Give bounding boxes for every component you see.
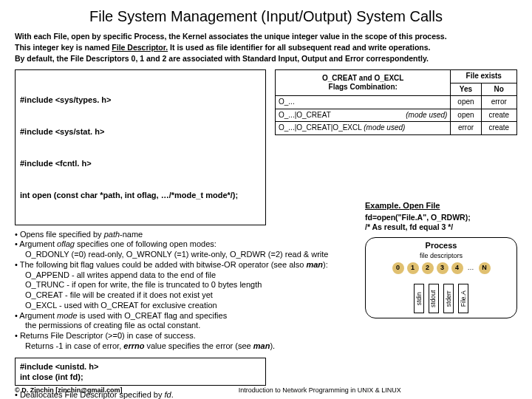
bullet: • Opens file specified by path-name	[15, 230, 369, 240]
list-line: O_CREAT - file will be created if it doe…	[15, 290, 369, 301]
text: • Opens file specified by	[15, 230, 104, 239]
th-combination: O_CREAT and O_EXCL Flags Combination:	[276, 70, 451, 96]
file-descriptor-term: File Descriptor.	[112, 43, 168, 52]
text: specifies one of following open modes:	[75, 239, 216, 248]
fd-ellipsis: …	[466, 264, 476, 272]
flags-table-wrap: O_CREAT and O_EXCL Flags Combination: Fi…	[275, 69, 517, 135]
slot-label: stderr	[445, 290, 453, 307]
cell: O_...|O_CREAT (mode used)	[276, 109, 451, 122]
text: (mode used)	[364, 123, 405, 132]
footer: © D. Zinchin [zinchin@gmail.com] Introdu…	[15, 386, 517, 395]
slot: stderr	[443, 284, 454, 313]
text: • The following bit flag values could be…	[15, 260, 306, 269]
text: mode	[57, 311, 78, 320]
example-title: Example. Open File	[365, 201, 517, 211]
footer-copyright: © D. Zinchin [zinchin@gmail.com]	[15, 386, 122, 395]
slot: stdin	[414, 284, 424, 313]
cell: O_...|O_CREAT|O_EXCL (mode used)	[276, 122, 451, 135]
th-yes: Yes	[451, 83, 481, 96]
cell: create	[481, 122, 516, 135]
process-title: Process	[370, 241, 512, 251]
process-sub: file descriptors	[370, 252, 512, 260]
fd-circle: 3	[437, 262, 449, 274]
text: errno	[123, 341, 144, 350]
code-line: /* As result, fd equal 3 */	[365, 222, 517, 233]
text: • Argument	[15, 311, 57, 320]
text: ):	[323, 260, 328, 269]
footer-center: Introduction to Network Programming in U…	[122, 386, 517, 395]
text: oflag	[57, 239, 75, 248]
cell: open	[451, 109, 481, 122]
slot-label: stdin	[415, 292, 423, 305]
text: value specifies the error (see	[144, 341, 253, 350]
text: ).	[270, 341, 275, 350]
text: Returns -1 in case of error,	[25, 341, 123, 350]
list-line: O_APPEND - all writes append data to the…	[15, 270, 369, 281]
list-line: Returns -1 in case of error, errno value…	[15, 341, 369, 352]
code-line: int open (const char *path, int oflag, ……	[20, 190, 261, 200]
cell: create	[481, 109, 516, 122]
bullet: • Argument oflag specifies one of follow…	[15, 239, 369, 250]
text: path	[104, 230, 120, 239]
cell: open	[451, 96, 481, 109]
code-line: #include <sys/types. h>	[20, 95, 261, 105]
code-line: fd=open("File.A", O_RDWR);	[365, 213, 517, 223]
intro-block: With each File, open by specific Process…	[15, 32, 517, 64]
intro-line-1: With each File, open by specific Process…	[15, 32, 517, 41]
fd-circle: 1	[407, 262, 419, 274]
th-fileexists: File exists	[451, 70, 517, 83]
slot-label: File.A	[460, 290, 468, 307]
example-code: fd=open("File.A", O_RDWR); /* As result,…	[365, 213, 517, 233]
cell: O_...	[276, 96, 451, 109]
text: man	[253, 341, 270, 350]
bullet: • Argument mode is used with O_CREAT fla…	[15, 311, 369, 321]
bullet: • Returns File Descriptor (>=0) in case …	[15, 331, 369, 341]
slot: stdout	[429, 284, 439, 313]
close-code-box: #include <unistd. h> int close (int fd);	[15, 358, 266, 386]
list-line: O_RDONLY (=0) read-only, O_WRONLY (=1) w…	[15, 250, 369, 260]
fd-circle: 2	[422, 262, 434, 274]
text: O_...|O_CREAT	[279, 111, 331, 119]
fd-slots: stdin stdout stderr File.A	[366, 284, 516, 313]
intro-line-3: By default, the File Descriptors 0, 1 an…	[15, 54, 517, 64]
example-block: Example. Open File fd=open("File.A", O_R…	[365, 201, 517, 318]
fd-circle: N	[479, 262, 491, 274]
fd-circle: 0	[392, 262, 404, 274]
fd-row: 0 1 2 3 4 … N	[370, 262, 512, 274]
text: man	[306, 260, 323, 269]
text: It is used as file identifier for all su…	[168, 43, 430, 52]
code-line: #include <fcntl. h>	[20, 158, 261, 168]
th-no: No	[481, 83, 516, 96]
page-title: File System Management (Input/Output) Sy…	[15, 7, 517, 26]
flags-table: O_CREAT and O_EXCL Flags Combination: Fi…	[275, 69, 517, 135]
list-line: O_EXCL - used with O_CREAT for exclusive…	[15, 301, 369, 311]
text: -name	[120, 230, 143, 239]
text: is used with O_CREAT flag and specifies	[78, 311, 228, 320]
list-line: the permissions of creating file as octa…	[15, 321, 369, 331]
text: • Argument	[15, 239, 57, 248]
text: O_...|O_CREAT|O_EXCL	[279, 123, 364, 132]
process-box: Process file descriptors 0 1 2 3 4 … N s…	[365, 237, 517, 318]
slot: File.A	[458, 284, 468, 313]
cell: error	[451, 122, 481, 135]
body-list: • Opens file specified by path-name • Ar…	[15, 230, 369, 352]
bullet: • The following bit flag values could be…	[15, 260, 369, 270]
code-line: #include <unistd. h>	[20, 361, 261, 372]
fd-circle: 4	[451, 262, 463, 274]
cell: error	[481, 96, 516, 109]
open-code-box: #include <sys/types. h> #include <sys/st…	[15, 69, 266, 225]
code-line: #include <sys/stat. h>	[20, 126, 261, 137]
text: (mode used)	[406, 111, 447, 120]
slot-label: stdout	[430, 290, 438, 307]
list-line: O_TRUNC - if open for write, the file is…	[15, 280, 369, 290]
intro-line-2: This integer key is named File Descripto…	[15, 43, 517, 52]
code-line: int close (int fd);	[20, 372, 261, 382]
text: This integer key is named	[15, 43, 112, 52]
